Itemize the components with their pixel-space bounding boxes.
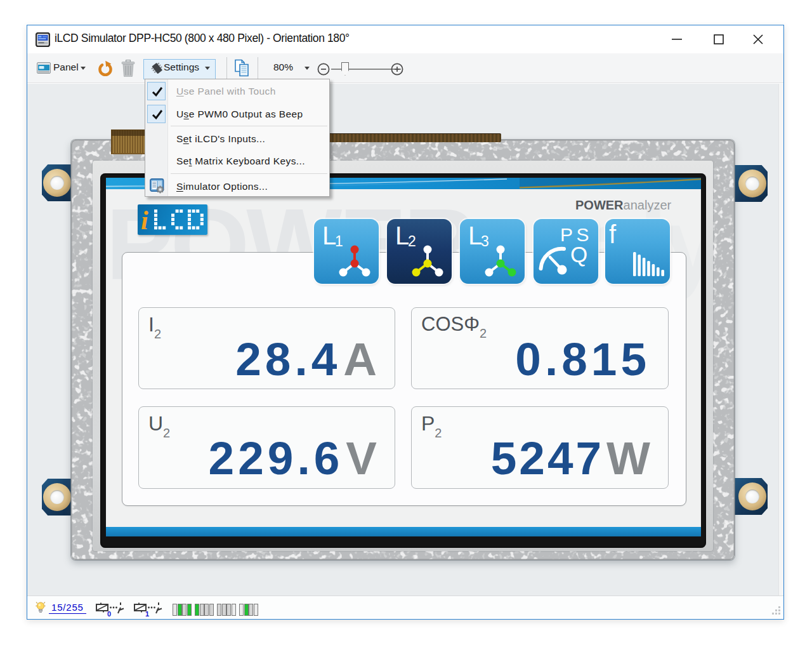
svg-text:i: i xyxy=(141,206,148,235)
svg-text:0: 0 xyxy=(107,610,111,617)
svg-text:f: f xyxy=(609,220,617,248)
svg-text:1: 1 xyxy=(145,610,149,617)
svg-text:Q: Q xyxy=(570,242,587,267)
